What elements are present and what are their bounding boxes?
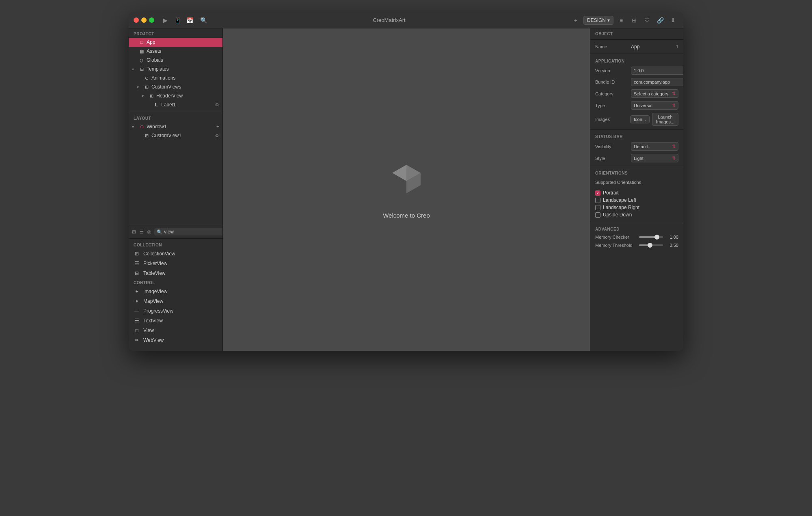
visibility-row: Visibility Default ⇅ bbox=[590, 140, 683, 152]
pickerview-icon: ☰ bbox=[134, 260, 140, 267]
webview-icon: ✏ bbox=[134, 337, 140, 343]
play-button[interactable]: ▶ bbox=[161, 16, 170, 25]
label1-icon: L bbox=[153, 101, 160, 108]
window1-label: Window1 bbox=[147, 124, 215, 130]
design-button[interactable]: DESIGN ▾ bbox=[583, 16, 613, 25]
settings-icon[interactable]: ⚙ bbox=[215, 133, 219, 138]
traffic-lights bbox=[134, 17, 154, 23]
window-title: CreoMatrixArt bbox=[208, 17, 570, 23]
upside-down-checkbox[interactable] bbox=[595, 212, 600, 218]
search-icon[interactable]: 🔍 bbox=[199, 16, 208, 25]
pickerview-label: PickerView bbox=[143, 261, 167, 266]
list-item-progressview[interactable]: — ProgressView bbox=[129, 306, 222, 316]
window1-icon: ⊙ bbox=[138, 123, 145, 130]
expand-icon: ▾ bbox=[132, 67, 137, 71]
visibility-chevron-icon: ⇅ bbox=[672, 144, 676, 149]
tree-item-label1[interactable]: L Label1 ⚙ bbox=[129, 100, 222, 109]
tree-item-animations[interactable]: ⊙ Animations bbox=[129, 73, 222, 82]
list-item-pickerview[interactable]: ☰ PickerView bbox=[129, 259, 222, 268]
phone-icon[interactable]: 📱 bbox=[173, 16, 182, 25]
name-label: Name bbox=[595, 44, 628, 49]
type-row: Type Universal ⇅ bbox=[590, 99, 683, 111]
tree-item-app[interactable]: □ App bbox=[129, 38, 222, 47]
app-icon: □ bbox=[138, 39, 145, 45]
view-label: View bbox=[143, 328, 154, 333]
list-item-webview[interactable]: ✏ WebView bbox=[129, 335, 222, 345]
type-select[interactable]: Universal ⇅ bbox=[631, 101, 678, 110]
memory-threshold-row: Memory Threshold 0.50 bbox=[590, 241, 683, 249]
visibility-select[interactable]: Default ⇅ bbox=[631, 142, 678, 151]
circle-icon[interactable]: ◎ bbox=[147, 228, 151, 236]
category-select[interactable]: Select a category ⇅ bbox=[631, 89, 678, 98]
list-item-view[interactable]: □ View bbox=[129, 326, 222, 335]
icon-button[interactable]: Icon... bbox=[630, 115, 650, 123]
list-item-tableview[interactable]: ⊟ TableView bbox=[129, 268, 222, 278]
customviews-label: CustomViews bbox=[151, 84, 219, 90]
memory-checker-thumb[interactable] bbox=[654, 235, 659, 240]
bundle-id-row: Bundle ID bbox=[590, 76, 683, 88]
components-icon[interactable]: ⊞ bbox=[132, 228, 136, 236]
category-chevron-icon: ⇅ bbox=[672, 91, 676, 96]
add-button[interactable]: + bbox=[570, 15, 581, 26]
bundle-id-input[interactable] bbox=[631, 78, 683, 86]
toolbar-controls: ▶ 📱 📅 bbox=[161, 16, 194, 25]
landscape-right-checkbox[interactable] bbox=[595, 205, 600, 210]
visibility-label: Visibility bbox=[595, 144, 628, 149]
customview1-label: CustomView1 bbox=[151, 133, 213, 138]
titlebar-right: + DESIGN ▾ ≡ ⊞ 🛡 🔗 ⬇ bbox=[570, 15, 678, 26]
tree-item-assets[interactable]: ▤ Assets bbox=[129, 47, 222, 56]
launch-images-button[interactable]: Launch Images... bbox=[652, 113, 678, 126]
style-value: Light bbox=[634, 156, 644, 161]
maximize-button[interactable] bbox=[149, 17, 154, 23]
project-tree: PROJECT □ App ▤ Assets ◎ Globals ▾ bbox=[129, 28, 222, 225]
link-icon[interactable]: 🔗 bbox=[655, 15, 665, 26]
minimize-button[interactable] bbox=[141, 17, 147, 23]
memory-threshold-track[interactable] bbox=[639, 244, 663, 246]
canvas: Welcome to Creo bbox=[223, 28, 590, 351]
list-item-collectionview[interactable]: ⊞ CollectionView bbox=[129, 249, 222, 259]
memory-checker-row: Memory Checker 1.00 bbox=[590, 233, 683, 241]
type-label: Type bbox=[595, 103, 628, 108]
list-item-mapview[interactable]: ✦ MapView bbox=[129, 296, 222, 306]
portrait-checkbox[interactable] bbox=[595, 190, 600, 196]
headerview-icon: ⊞ bbox=[148, 93, 155, 99]
add-icon[interactable]: + bbox=[216, 124, 219, 130]
headerview-label: HeaderView bbox=[156, 93, 219, 99]
close-button[interactable] bbox=[134, 17, 139, 23]
list-view-icon[interactable]: ≡ bbox=[616, 15, 626, 26]
landscape-left-checkbox[interactable] bbox=[595, 198, 600, 203]
templates-icon: ⊞ bbox=[138, 66, 145, 72]
tree-item-headerview[interactable]: ▾ ⊞ HeaderView bbox=[129, 91, 222, 100]
settings-icon[interactable]: ⚙ bbox=[215, 102, 219, 108]
version-input[interactable] bbox=[631, 67, 683, 75]
grid-view-icon[interactable]: ⊞ bbox=[629, 15, 639, 26]
shield-icon[interactable]: 🛡 bbox=[642, 15, 652, 26]
tree-item-customview1[interactable]: ⊞ CustomView1 ⚙ bbox=[129, 131, 222, 140]
layout-section-label: LAYOUT bbox=[129, 113, 222, 122]
orientation-landscape-left: Landscape Left bbox=[595, 196, 678, 204]
version-row: Version bbox=[590, 65, 683, 76]
left-sidebar: PROJECT □ App ▤ Assets ◎ Globals ▾ bbox=[129, 28, 223, 351]
memory-checker-track[interactable] bbox=[639, 236, 663, 238]
list-icon[interactable]: ☰ bbox=[139, 228, 144, 236]
style-select[interactable]: Light ⇅ bbox=[631, 154, 678, 162]
search-input[interactable] bbox=[164, 229, 223, 235]
supported-label: Supported Orientations bbox=[595, 180, 641, 185]
list-item-imageview[interactable]: ✦ ImageView bbox=[129, 287, 222, 296]
name-row: Name App 1 bbox=[590, 41, 683, 52]
orientation-landscape-right: Landscape Right bbox=[595, 204, 678, 211]
download-icon[interactable]: ⬇ bbox=[668, 15, 678, 26]
expand-icon: ▾ bbox=[142, 94, 147, 98]
list-item-textview[interactable]: ☰ TextView bbox=[129, 316, 222, 326]
tree-item-globals[interactable]: ◎ Globals bbox=[129, 56, 222, 65]
calendar-icon[interactable]: 📅 bbox=[185, 16, 194, 25]
templates-label: Templates bbox=[147, 66, 219, 72]
tree-item-customviews[interactable]: ▾ ⊞ CustomViews bbox=[129, 82, 222, 91]
memory-threshold-thumb[interactable] bbox=[648, 243, 652, 248]
app-label: App bbox=[147, 39, 219, 45]
application-header: Application bbox=[590, 56, 683, 65]
tableview-label: TableView bbox=[143, 270, 165, 276]
tree-item-templates[interactable]: ▾ ⊞ Templates bbox=[129, 65, 222, 73]
tree-item-window1[interactable]: ▾ ⊙ Window1 + bbox=[129, 122, 222, 131]
divider bbox=[590, 222, 683, 222]
